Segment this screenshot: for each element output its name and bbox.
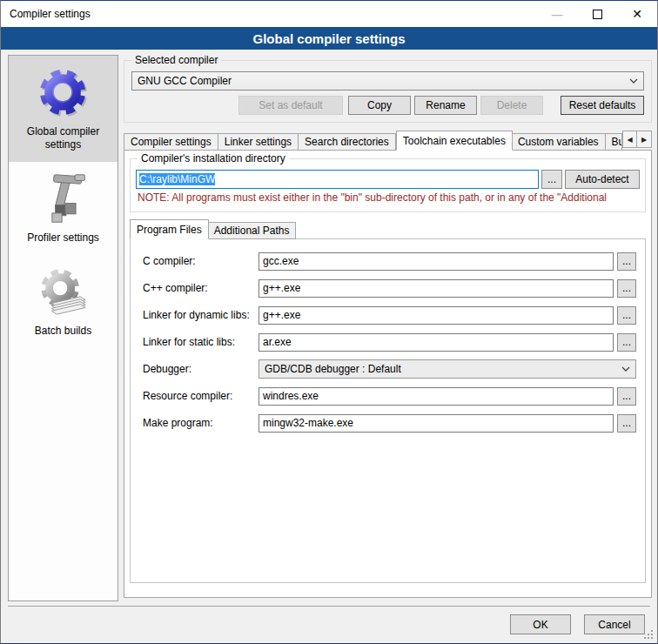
tab-compiler-settings[interactable]: Compiler settings [124, 133, 218, 151]
resize-grip-icon[interactable] [651, 637, 653, 639]
sidebar-item-profiler-settings[interactable]: Profiler settings [9, 162, 118, 255]
field-label: C compiler: [143, 255, 258, 267]
field-row-debugger: Debugger: GDB/CDB debugger : Default [143, 359, 636, 379]
toolchain-executables-panel: Compiler's installation directory C:\ray… [124, 150, 652, 598]
chevron-down-icon [621, 366, 630, 372]
tab-build-options[interactable]: Build [606, 133, 622, 151]
dialog-content: Global compiler settings [1, 50, 657, 643]
field-row-make-program: Make program: ... [143, 413, 636, 433]
tab-linker-settings[interactable]: Linker settings [218, 133, 299, 151]
tab-custom-variables[interactable]: Custom variables [512, 133, 606, 151]
browse-c-compiler-button[interactable]: ... [617, 252, 636, 271]
browse-directory-button[interactable]: ... [541, 170, 562, 189]
program-files-panel: C compiler: ... C++ compiler: ... Linker… [130, 238, 646, 583]
maximize-square-icon [593, 10, 602, 19]
sidebar-item-global-compiler-settings[interactable]: Global compiler settings [9, 56, 118, 162]
subtab-program-files[interactable]: Program Files [130, 219, 209, 239]
page-title: Global compiler settings [1, 27, 657, 50]
auto-detect-button[interactable]: Auto-detect [565, 170, 640, 189]
bin-subdirectory-note: NOTE: All programs must exist either in … [138, 191, 638, 204]
cpp-compiler-input[interactable] [258, 279, 614, 298]
browse-make-program-button[interactable]: ... [617, 414, 636, 433]
tab-scroll-buttons: ◀ ▶ [622, 131, 652, 148]
close-icon[interactable]: ✕ [617, 1, 657, 27]
selected-compiler-group: Selected compiler GNU GCC Compiler Set a… [124, 60, 652, 123]
title-bar: Compiler settings — ✕ [1, 1, 657, 27]
installation-directory-input[interactable]: C:\raylib\MinGW [136, 170, 539, 189]
field-label: Resource compiler: [143, 390, 258, 402]
browse-linker-dynamic-button[interactable]: ... [617, 306, 636, 325]
installation-directory-value: C:\raylib\MinGW [139, 173, 215, 185]
reset-defaults-button[interactable]: Reset defaults [561, 96, 644, 115]
rename-button[interactable]: Rename [414, 96, 477, 115]
delete-button: Delete [480, 96, 543, 115]
make-program-input[interactable] [258, 414, 614, 433]
dialog-footer: OK Cancel [1, 606, 657, 643]
set-as-default-button: Set as default [238, 96, 343, 115]
tab-search-directories[interactable]: Search directories [299, 133, 396, 151]
subtab-additional-paths[interactable]: Additional Paths [208, 222, 297, 239]
main-panel: Selected compiler GNU GCC Compiler Set a… [124, 55, 652, 598]
installation-directory-group-label: Compiler's installation directory [138, 152, 289, 164]
copy-button[interactable]: Copy [348, 96, 411, 115]
sidebar-item-label: Batch builds [35, 325, 91, 338]
field-label: Linker for static libs: [143, 336, 258, 348]
c-compiler-input[interactable] [258, 252, 614, 271]
field-row-linker-dynamic: Linker for dynamic libs: ... [143, 305, 636, 325]
tab-toolchain-executables[interactable]: Toolchain executables [396, 131, 513, 151]
browse-resource-compiler-button[interactable]: ... [617, 387, 636, 406]
field-label: Linker for dynamic libs: [143, 309, 258, 321]
blue-gear-icon [36, 64, 91, 120]
selected-compiler-group-label: Selected compiler [131, 54, 221, 66]
settings-sidebar: Global compiler settings [8, 55, 118, 601]
field-row-c-compiler: C compiler: ... [143, 252, 636, 271]
minimize-icon: — [537, 1, 577, 27]
resource-compiler-input[interactable] [258, 387, 614, 406]
field-label: Make program: [143, 417, 258, 429]
sidebar-item-label: Profiler settings [27, 231, 99, 245]
sidebar-item-label: Global compiler settings [12, 125, 114, 151]
browse-linker-static-button[interactable]: ... [617, 333, 636, 352]
field-label: C++ compiler: [143, 282, 258, 294]
program-files-tabstrip: Program Files Additional Paths [130, 219, 646, 239]
debugger-dropdown[interactable]: GDB/CDB debugger : Default [258, 359, 636, 379]
linker-static-input[interactable] [258, 333, 614, 352]
field-row-resource-compiler: Resource compiler: ... [143, 386, 636, 406]
window-title: Compiler settings [1, 8, 91, 20]
field-label: Debugger: [143, 363, 258, 375]
tab-scroll-right-icon[interactable]: ▶ [637, 131, 652, 148]
compiler-buttons-row: Set as default Copy Rename Delete Reset … [131, 96, 644, 115]
maximize-icon[interactable] [577, 1, 617, 27]
gray-gear-stack-icon [36, 264, 91, 319]
chevron-down-icon [629, 78, 638, 84]
window-controls: — ✕ [537, 1, 657, 27]
selected-compiler-value: GNU GCC Compiler [138, 75, 629, 87]
compiler-settings-dialog: Compiler settings — ✕ Global compiler se… [0, 0, 658, 644]
cancel-button[interactable]: Cancel [584, 614, 645, 634]
installation-directory-group: Compiler's installation directory C:\ray… [130, 158, 646, 212]
ok-button[interactable]: OK [510, 614, 571, 634]
selected-compiler-dropdown[interactable]: GNU GCC Compiler [131, 71, 644, 91]
browse-cpp-compiler-button[interactable]: ... [617, 279, 636, 298]
tab-scroll-left-icon[interactable]: ◀ [622, 131, 637, 148]
caliper-icon [36, 171, 91, 226]
field-row-linker-static: Linker for static libs: ... [143, 332, 636, 352]
linker-dynamic-input[interactable] [258, 306, 614, 325]
field-row-cpp-compiler: C++ compiler: ... [143, 278, 636, 298]
sidebar-item-batch-builds[interactable]: Batch builds [9, 255, 118, 348]
settings-tabstrip: Compiler settings Linker settings Search… [124, 131, 652, 151]
installation-directory-row: C:\raylib\MinGW ... Auto-detect [136, 170, 640, 189]
debugger-value: GDB/CDB debugger : Default [265, 363, 621, 375]
